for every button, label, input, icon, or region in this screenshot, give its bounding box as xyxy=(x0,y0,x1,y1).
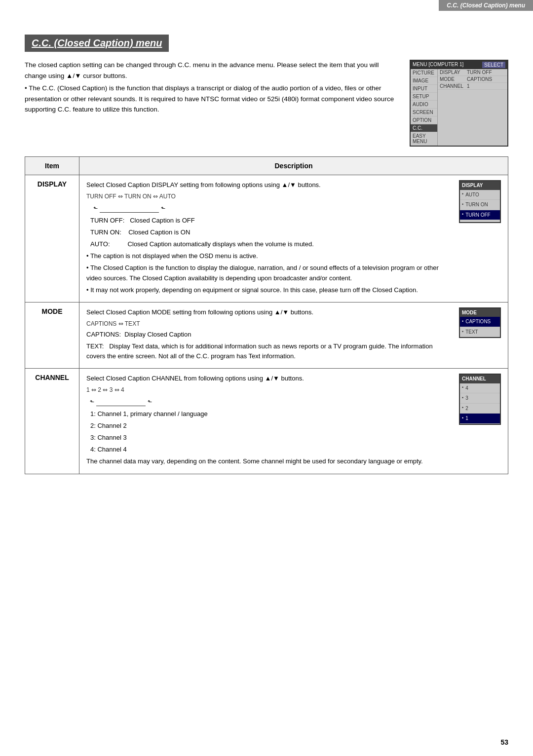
menu-mockup-body: PICTURE IMAGE INPUT SETUP AUDIO SCREEN O… xyxy=(411,69,507,146)
menu-mockup-header: MENU [COMPUTER 1] SELECT xyxy=(411,61,507,69)
menu-left-col: PICTURE IMAGE INPUT SETUP AUDIO SCREEN O… xyxy=(411,69,438,146)
display-mockup-auto: • AUTO xyxy=(460,190,500,200)
display-note2: • The Closed Caption is the function to … xyxy=(86,263,452,283)
menu-item-picture: PICTURE xyxy=(411,69,437,77)
menu-mockup: MENU [COMPUTER 1] SELECT PICTURE IMAGE I… xyxy=(410,60,508,147)
channel-arrow-underline: ⬑ ⬑ xyxy=(86,396,452,406)
bullet-icon: • xyxy=(462,415,463,422)
desc-main-display: Select Closed Caption DISPLAY setting fr… xyxy=(86,180,452,297)
item-label-mode: MODE xyxy=(25,302,79,368)
menu-right-col: DISPLAY TURN OFF MODE CAPTIONS CHANNEL 1 xyxy=(438,69,507,146)
intro-text: The closed caption setting can be change… xyxy=(25,60,400,147)
table-row-channel: CHANNEL Select Closed Caption CHANNEL fr… xyxy=(25,369,508,474)
menu-header-left: MENU [COMPUTER 1] xyxy=(413,62,463,68)
menu-header-right: SELECT xyxy=(482,62,505,68)
desc-cell-mode: Select Closed Caption MODE setting from … xyxy=(79,302,508,368)
channel-arrow-seq: 1 ⇔ 2 ⇔ 3 ⇔ 4 xyxy=(86,385,452,395)
channel-note: The channel data may vary, depending on … xyxy=(86,456,452,466)
desc-main-mode: Select Closed Caption MODE setting from … xyxy=(86,307,452,363)
item-label-display: DISPLAY xyxy=(25,175,79,302)
menu-right-label-display: DISPLAY xyxy=(440,70,467,75)
bullet-icon: • xyxy=(462,384,463,391)
desc-row-display: Select Closed Caption DISPLAY setting fr… xyxy=(86,180,501,297)
display-note1: • The caption is not displayed when the … xyxy=(86,251,452,261)
bullet-icon: • xyxy=(462,329,463,336)
page-title: C.C. (Closed Caption) menu xyxy=(25,35,169,52)
item-label-channel: CHANNEL xyxy=(25,369,79,474)
channel-intro: Select Closed Caption CHANNEL from follo… xyxy=(86,374,452,383)
menu-item-image: IMAGE xyxy=(411,77,437,85)
bullet-icon: • xyxy=(462,318,463,325)
page-header: C.C. (Closed Caption) menu xyxy=(439,0,533,11)
display-turnoff: TURN OFF: Closed Caption is OFF xyxy=(90,216,452,226)
channel-mockup-3: • 3 xyxy=(460,393,500,404)
menu-right-label-channel: CHANNEL xyxy=(440,83,467,89)
mode-captions: CAPTIONS: Display Closed Caption xyxy=(86,330,452,340)
channel-2: 2: Channel 2 xyxy=(90,421,452,431)
channel-1: 1: Channel 1, primary channel / language xyxy=(90,409,452,419)
channel-mockup-1: • 1 xyxy=(460,414,500,424)
mode-mockup-captions: • CAPTIONS xyxy=(460,317,500,327)
col-desc: Description xyxy=(79,157,508,175)
display-auto: AUTO: Closed Caption automatically displ… xyxy=(90,239,452,249)
menu-right-row-display: DISPLAY TURN OFF xyxy=(438,69,507,76)
channel-3: 3: Channel 3 xyxy=(90,433,452,443)
col-item: Item xyxy=(25,157,79,175)
mode-mockup-text: • TEXT xyxy=(460,327,500,338)
menu-right-label-mode: MODE xyxy=(440,76,467,82)
mode-text: TEXT: Display Text data, which is for ad… xyxy=(86,341,452,361)
menu-right-row-channel: CHANNEL 1 xyxy=(438,83,507,90)
display-arrow-underline: ⬑ ⬑ xyxy=(86,202,452,213)
mode-mockup-header: MODE xyxy=(460,308,500,317)
menu-item-input: INPUT xyxy=(411,85,437,93)
menu-item-setup: SETUP xyxy=(411,93,437,101)
page-number-text: 53 xyxy=(500,738,508,746)
desc-row-channel: Select Closed Caption CHANNEL from follo… xyxy=(86,374,501,469)
menu-item-audio: AUDIO xyxy=(411,101,437,109)
page-number: 53 xyxy=(500,738,508,746)
display-mockup-turnon: • TURN ON xyxy=(460,200,500,210)
intro-para1: The closed caption setting can be change… xyxy=(25,60,400,81)
channel-4: 4: Channel 4 xyxy=(90,445,452,454)
channel-mockup: CHANNEL • 4 • 3 • 2 • 1 xyxy=(459,374,501,425)
bullet-icon: • xyxy=(462,405,463,412)
menu-right-value-channel: 1 xyxy=(467,83,470,89)
intro-para2: • The C.C. (Closed Caption) is the funct… xyxy=(25,83,400,115)
display-turnon: TURN ON: Closed Caption is ON xyxy=(90,227,452,237)
menu-right-value-mode: CAPTIONS xyxy=(467,76,492,82)
channel-mockup-2: • 2 xyxy=(460,404,500,414)
table-row-mode: MODE Select Closed Caption MODE setting … xyxy=(25,302,508,368)
menu-item-cc: C.C. xyxy=(411,124,437,132)
menu-right-row-mode: MODE CAPTIONS xyxy=(438,76,507,83)
display-mockup-turnoff: • TURN OFF xyxy=(460,210,500,221)
desc-cell-display: Select Closed Caption DISPLAY setting fr… xyxy=(79,175,508,302)
channel-mockup-4: • 4 xyxy=(460,383,500,394)
intro-section: The closed caption setting can be change… xyxy=(25,60,508,147)
display-note3: • It may not work properly, depending on… xyxy=(86,285,452,295)
bullet-icon: • xyxy=(462,191,463,198)
display-arrow-seq: TURN OFF ⇔ TURN ON ⇔ AUTO xyxy=(86,192,452,201)
mode-mockup: MODE • CAPTIONS • TEXT xyxy=(459,307,501,339)
display-mockup: DISPLAY • AUTO • TURN ON • TURN OFF xyxy=(459,180,501,223)
channel-mockup-header: CHANNEL xyxy=(460,375,500,383)
mode-intro: Select Closed Caption MODE setting from … xyxy=(86,307,452,317)
display-intro: Select Closed Caption DISPLAY setting fr… xyxy=(86,180,452,190)
table-row-display: DISPLAY Select Closed Caption DISPLAY se… xyxy=(25,175,508,302)
menu-item-easymenu: EASY MENU xyxy=(411,132,437,146)
desc-row-mode: Select Closed Caption MODE setting from … xyxy=(86,307,501,363)
title-text: C.C. (Closed Caption) menu xyxy=(32,38,162,48)
desc-cell-channel: Select Closed Caption CHANNEL from follo… xyxy=(79,369,508,474)
header-text: C.C. (Closed Caption) menu xyxy=(447,2,525,9)
desc-main-channel: Select Closed Caption CHANNEL from follo… xyxy=(86,374,452,469)
menu-right-value-display: TURN OFF xyxy=(467,70,492,75)
bullet-icon: • xyxy=(462,395,463,402)
bullet-icon: • xyxy=(462,211,463,218)
bullet-icon: • xyxy=(462,201,463,208)
main-table: Item Description DISPLAY Select Closed C… xyxy=(25,156,508,474)
menu-item-option: OPTION xyxy=(411,116,437,124)
mode-arrow-seq: CAPTIONS ⇔ TEXT xyxy=(86,319,452,329)
display-mockup-header: DISPLAY xyxy=(460,181,500,190)
menu-item-screen: SCREEN xyxy=(411,109,437,116)
